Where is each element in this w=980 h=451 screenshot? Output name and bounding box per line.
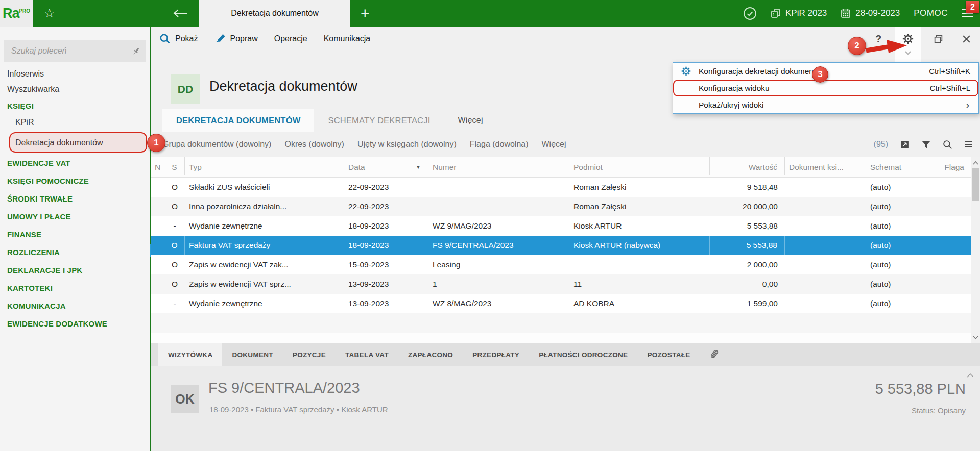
scroll-up-arrow[interactable]: [971, 158, 980, 167]
command-search[interactable]: [4, 40, 146, 62]
table-cell: [151, 216, 164, 236]
help-menu[interactable]: POMOC: [914, 8, 948, 18]
table-cell: [151, 178, 164, 197]
detail-tab-platnosci-odroczone[interactable]: PŁATNOŚCI ODROCZONE: [529, 343, 637, 366]
back-arrow-icon[interactable]: [173, 8, 188, 18]
new-tab-button[interactable]: +: [361, 0, 370, 27]
sidebar-item-rozliczenia[interactable]: ROZLICZENIA: [0, 243, 150, 261]
table-cell: Roman Załęski: [569, 197, 710, 216]
detail-tab-przedplaty[interactable]: PRZEDPŁATY: [463, 343, 529, 366]
close-icon[interactable]: [962, 27, 971, 51]
panel-collapse-icon[interactable]: [967, 370, 974, 380]
detail-tab-dokument[interactable]: DOKUMENT: [222, 343, 282, 366]
company-selector[interactable]: KPiR 2023: [771, 8, 827, 18]
menu-pokaz[interactable]: Pokaż: [159, 33, 198, 44]
menu-komunikacja[interactable]: Komunikacja: [324, 34, 371, 43]
search-input[interactable]: [7, 46, 132, 56]
paperclip-icon[interactable]: [708, 343, 720, 366]
detail-tab-pozostale[interactable]: POZOSTAŁE: [637, 343, 700, 366]
sidebar-item-wyszukiwarka[interactable]: Wyszukiwarka: [0, 82, 150, 97]
scrollbar-thumb[interactable]: [972, 168, 979, 201]
table-cell: [785, 274, 866, 294]
table-cell: (auto): [866, 274, 925, 294]
menu-popraw[interactable]: Popraw: [214, 33, 257, 44]
tab-wiecej[interactable]: Więcej: [444, 109, 496, 132]
column-header-podmiot[interactable]: Podmiot: [569, 157, 710, 177]
column-header-typ[interactable]: Typ: [185, 157, 344, 177]
column-header-wartosc[interactable]: Wartość: [710, 157, 785, 177]
table-row[interactable]: O Inna pozarolnicza działaln... 22-09-20…: [151, 197, 971, 216]
menu-operacje[interactable]: Operacje: [274, 34, 307, 43]
table-cell: 13-09-2023: [344, 294, 428, 313]
table-cell: Kiosk ARTUR: [569, 216, 710, 236]
sidebar-item-komunikacja[interactable]: KOMUNIKACJA: [0, 297, 150, 315]
sidebar-item-ewidencje-vat[interactable]: EWIDENCJE VAT: [0, 154, 150, 172]
window-tab[interactable]: Dekretacja dokumentów: [199, 0, 350, 27]
filter-wiecej[interactable]: Więcej: [542, 140, 566, 149]
list-menu-icon[interactable]: [964, 141, 973, 148]
detail-tab-tabela-vat[interactable]: TABELA VAT: [336, 343, 398, 366]
filter-funnel-icon[interactable]: [921, 140, 931, 149]
favorites-star-icon[interactable]: ☆: [44, 0, 55, 27]
table-cell: Leasing: [428, 255, 569, 274]
filter-okres[interactable]: Okres (dowolny): [284, 140, 344, 149]
detail-tab-wizytowka[interactable]: WIZYTÓWKA: [158, 343, 222, 366]
date-selector[interactable]: 28-09-2023: [841, 8, 900, 18]
submenu-arrow-icon: ›: [966, 99, 978, 111]
table-cell: 5 553,88: [710, 236, 785, 255]
sidebar-item-kartoteki[interactable]: KARTOTEKI: [0, 279, 150, 297]
annotation-badge-1: 1: [147, 134, 165, 152]
filter-ujety-w-ksiegach[interactable]: Ujęty w księgach (dowolny): [357, 140, 457, 149]
table-cell: [925, 197, 971, 216]
table-cell: 22-09-2023: [344, 197, 428, 216]
sidebar-item-ksiegi[interactable]: KSIĘGI: [0, 97, 150, 115]
filter-flaga[interactable]: Flaga (dowolna): [470, 140, 529, 149]
sidebar-item-finanse[interactable]: FINANSE: [0, 225, 150, 243]
table-row[interactable]: O Zapis w ewidencji VAT sprz... 13-09-20…: [151, 274, 971, 294]
column-header-n[interactable]: N: [151, 157, 164, 177]
column-header-s[interactable]: S: [164, 157, 185, 177]
table-cell: Wydanie zewnętrzne: [185, 294, 344, 313]
table-cell: O: [164, 236, 185, 255]
column-header-dokument[interactable]: Dokument ksi...: [785, 157, 866, 177]
sidebar-item-kpir[interactable]: KPiR: [0, 115, 150, 130]
table-cell: WZ 9/MAG/2023: [428, 216, 569, 236]
table-row[interactable]: O Zapis w ewidencji VAT zak... 15-09-202…: [151, 255, 971, 274]
scroll-down-arrow[interactable]: [971, 333, 980, 342]
table-cell: [925, 274, 971, 294]
column-header-data[interactable]: Data▼: [344, 157, 428, 177]
column-header-numer[interactable]: Numer: [428, 157, 569, 177]
sidebar-divider[interactable]: [150, 27, 151, 451]
table-row[interactable]: O Składki ZUS właścicieli 22-09-2023 Rom…: [151, 178, 971, 197]
tab-dekretacja-dokumentow[interactable]: DEKRETACJA DOKUMENTÓW: [162, 109, 314, 132]
menu-item-konfiguracja-widoku[interactable]: Konfiguracja widoku Ctrl+Shift+L: [673, 80, 978, 96]
restore-window-icon[interactable]: [934, 27, 943, 51]
table-row[interactable]: - Wydanie zewnętrzne 13-09-2023 WZ 8/MAG…: [151, 294, 971, 313]
table-cell: O: [164, 178, 185, 197]
page-title: Dekretacja dokumentów: [209, 79, 357, 94]
table-cell: [428, 197, 569, 216]
table-row[interactable]: - Wydanie zewnętrzne 18-09-2023 WZ 9/MAG…: [151, 216, 971, 236]
status-check-icon[interactable]: [743, 7, 757, 20]
filter-grupa-dokumentow[interactable]: Grupa dokumentów (dowolny): [162, 140, 271, 149]
sidebar-item-ewidencje-dodatkowe[interactable]: EWIDENCJE DODATKOWE: [0, 315, 150, 333]
detail-tab-zaplacono[interactable]: ZAPŁACONO: [398, 343, 463, 366]
table-cell: FS 9/CENTRALA/2023: [428, 236, 569, 255]
sidebar-item-infoserwis[interactable]: Infoserwis: [0, 66, 150, 82]
pin-icon[interactable]: [132, 46, 140, 56]
menu-item-pokaz-ukryj-widoki[interactable]: Pokaż/ukryj widoki ›: [673, 96, 978, 113]
sidebar-item-umowy-i-place[interactable]: UMOWY I PŁACE: [0, 208, 150, 225]
search-icon[interactable]: [943, 140, 952, 149]
table-cell: -: [164, 216, 185, 236]
column-header-schemat[interactable]: Schemat: [866, 157, 925, 177]
table-row-selected[interactable]: O Faktura VAT sprzedaży 18-09-2023 FS 9/…: [151, 236, 971, 255]
sidebar-item-srodki-trwale[interactable]: ŚRODKI TRWAŁE: [0, 190, 150, 208]
detail-tab-pozycje[interactable]: POZYCJE: [283, 343, 336, 366]
sidebar-item-ksiegi-pomocnicze[interactable]: KSIĘGI POMOCNICZE: [0, 172, 150, 190]
app-logo: RaPRO: [0, 0, 33, 27]
column-header-flaga[interactable]: Flaga: [925, 157, 971, 177]
sidebar-item-deklaracje-i-jpk[interactable]: DEKLARACJE I JPK: [0, 261, 150, 279]
tab-schematy-dekretacji[interactable]: SCHEMATY DEKRETACJI: [314, 109, 444, 132]
vertical-scrollbar[interactable]: [971, 157, 980, 343]
export-icon[interactable]: [900, 140, 910, 149]
